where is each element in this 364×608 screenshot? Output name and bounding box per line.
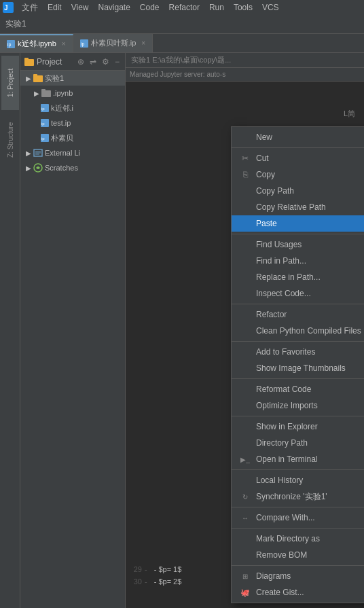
tree-item-ipynb-folder[interactable]: ▶ .ipynb: [20, 86, 125, 101]
panel-settings-btn[interactable]: ⚙: [101, 56, 111, 68]
ctx-mark-directory[interactable]: Mark Directory as ▶: [232, 531, 364, 547]
ctx-copy-path-label: Copy Path: [256, 186, 294, 196]
bom-icon: [240, 550, 251, 560]
menu-refactor[interactable]: Refactor: [165, 1, 204, 14]
ctx-add-favorites[interactable]: Add to Favorites ▶: [232, 344, 364, 360]
ctx-paste-label: Paste: [256, 219, 277, 228]
sep-5: [232, 378, 364, 379]
title-bar: 实验1: [0, 15, 364, 34]
history-icon: [240, 475, 251, 486]
tree-label-root: 实验1: [45, 73, 64, 84]
panel-add-btn[interactable]: ⊕: [76, 56, 86, 68]
menu-edit[interactable]: Edit: [43, 1, 66, 14]
menu-file[interactable]: 文件: [18, 1, 42, 15]
tab-close-knn[interactable]: ×: [62, 40, 66, 48]
ctx-remove-bom-label: Remove BOM: [256, 550, 307, 560]
app-title: 实验1: [5, 18, 26, 30]
ctx-reformat[interactable]: Reformat Code Ctrl+Alt+L: [232, 381, 364, 397]
ctx-create-gist[interactable]: 🐙 Create Gist...: [232, 584, 364, 601]
ctx-cut-label: Cut: [256, 154, 269, 163]
tab-bar: ip k近邻.ipynb × ip 朴素贝叶斯.ip ×: [0, 34, 364, 53]
tab-close-bayes[interactable]: ×: [141, 39, 145, 47]
tab-knn[interactable]: ip k近邻.ipynb ×: [0, 34, 73, 52]
tree-item-external[interactable]: ▶ External Li: [20, 145, 125, 160]
ctx-optimize-imports[interactable]: Optimize Imports Ctrl+Alt+O: [232, 397, 364, 414]
menu-navigate[interactable]: Navigate: [94, 1, 134, 14]
ctx-add-favorites-label: Add to Favorites: [256, 347, 315, 357]
ctx-refactor-label: Refactor: [256, 310, 287, 319]
ctx-inspect-code[interactable]: Inspect Code...: [232, 285, 364, 302]
tree-item-scratches[interactable]: ▶ Scratches: [20, 160, 125, 175]
ctx-create-gist-label: Create Gist...: [256, 588, 304, 597]
ctx-copy-label: Copy: [256, 170, 275, 179]
ctx-show-explorer[interactable]: Show in Explorer: [232, 418, 364, 435]
ctx-thumbnails-label: Show Image Thumbnails: [256, 363, 346, 373]
ctx-paste[interactable]: Paste Ctrl+V: [232, 215, 364, 232]
copy-icon: ⎘: [240, 169, 251, 180]
svg-text:ip: ip: [41, 137, 45, 141]
menu-code[interactable]: Code: [136, 1, 164, 14]
menu-bar: J 文件 Edit View Navigate Code Refactor Ru…: [0, 0, 364, 15]
gist-icon: 🐙: [240, 587, 251, 598]
sidebar-tab-structure[interactable]: Z: Structure: [1, 113, 19, 167]
external-lib-icon: [33, 148, 43, 158]
menu-tools[interactable]: Tools: [230, 1, 257, 14]
sidebar-tab-project[interactable]: 1: Project: [1, 56, 19, 110]
ctx-compare[interactable]: ↔ Compare With... Ctrl+D: [232, 509, 364, 526]
ctx-compare-label: Compare With...: [256, 513, 315, 522]
ctx-new[interactable]: New ▶: [232, 129, 364, 145]
tree-label-test: test.ip: [51, 119, 71, 127]
menu-vcs[interactable]: VCS: [258, 1, 283, 14]
find-path-icon: [240, 255, 251, 266]
tree-label-bayes: 朴素贝: [51, 133, 73, 143]
ctx-copy-path[interactable]: Copy Path Ctrl+Shift+C: [232, 183, 364, 199]
folder-icon-root: [33, 73, 43, 83]
tree-item-bayes[interactable]: ip 朴素贝: [20, 130, 125, 145]
line-num-30: 30: [128, 577, 142, 586]
ctx-clean-python[interactable]: Clean Python Compiled Files: [232, 323, 364, 339]
ctx-sync-label: Synchronize '实验1': [256, 491, 327, 503]
sep-6: [232, 416, 364, 416]
tree-item-project-root[interactable]: ▶ 实验1: [20, 71, 125, 86]
ctx-directory-path[interactable]: Directory Path Ctrl+Alt+F12: [232, 435, 364, 451]
ctx-local-history[interactable]: Local History ▶: [232, 472, 364, 488]
panel-folder-icon: [24, 57, 34, 67]
ctx-show-thumbnails[interactable]: Show Image Thumbnails Ctrl+Shift+T: [232, 360, 364, 376]
ctx-find-in-path[interactable]: Find in Path... Ctrl+Shift+F: [232, 253, 364, 269]
ctx-copy-relative-label: Copy Relative Path: [256, 202, 326, 212]
tree-item-knn[interactable]: ip k近邻.i: [20, 101, 125, 115]
ctx-refactor[interactable]: Refactor ▶: [232, 306, 364, 323]
svg-text:ip: ip: [41, 107, 45, 111]
managed-server-bar: Managed Jupyter server: auto-s: [126, 68, 364, 82]
menu-run[interactable]: Run: [205, 1, 228, 14]
panel-minimize-btn[interactable]: −: [113, 56, 121, 68]
ctx-remove-bom[interactable]: Remove BOM: [232, 547, 364, 563]
replace-path-icon: [240, 272, 251, 283]
ctx-find-usages[interactable]: Find Usages Alt+F7: [232, 236, 364, 253]
ctx-open-terminal[interactable]: ▶_ Open in Terminal: [232, 451, 364, 467]
sync-icon: ↻: [240, 491, 251, 502]
ctx-replace-in-path[interactable]: Replace in Path... Ctrl+Shift+R: [232, 269, 364, 285]
tab-bayes[interactable]: ip 朴素贝叶斯.ip ×: [73, 34, 153, 52]
tree-item-test[interactable]: ip test.ip: [20, 115, 125, 130]
folder-icon-ipynb: [41, 88, 51, 98]
ctx-copy-relative-path[interactable]: Copy Relative Path Ctrl+Alt+Shift+C: [232, 199, 364, 215]
panel-title: Project: [37, 57, 73, 67]
mark-icon: [240, 533, 251, 544]
file-icon-knn: ip: [41, 104, 49, 112]
svg-rect-11: [41, 89, 46, 92]
svg-rect-9: [33, 74, 37, 77]
svg-text:ip: ip: [41, 122, 45, 126]
panel-header: Project ⊕ ⇌ ⚙ −: [20, 53, 125, 71]
svg-text:ip: ip: [7, 42, 12, 48]
sep-2: [232, 234, 364, 234]
ctx-diagrams[interactable]: ⊞ Diagrams ▶: [232, 568, 364, 584]
copy-relative-icon: [240, 202, 251, 213]
sidebar: 1: Project Z: Structure: [0, 53, 20, 608]
editor-area: 实验1 E:\a我的\桌面\copy\题... Managed Jupyter …: [126, 53, 364, 608]
ctx-cut[interactable]: ✂ Cut Ctrl+X: [232, 150, 364, 166]
ctx-copy[interactable]: ⎘ Copy Ctrl+C: [232, 166, 364, 183]
menu-view[interactable]: View: [67, 1, 93, 14]
ctx-synchronize[interactable]: ↻ Synchronize '实验1': [232, 488, 364, 505]
panel-layout-btn[interactable]: ⇌: [88, 56, 98, 68]
